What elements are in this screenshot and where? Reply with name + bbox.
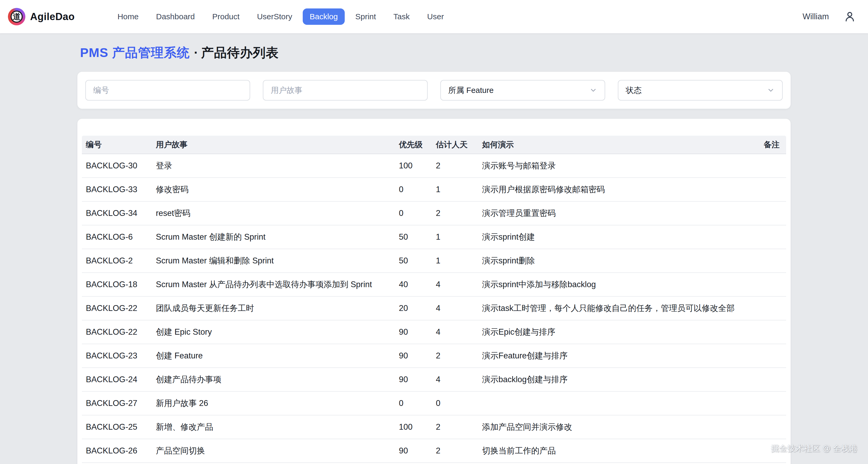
cell-priority: 90 [395, 321, 432, 344]
cell-story: 创建 Epic Story [152, 321, 395, 344]
page-title-secondary: 产品待办列表 [201, 46, 279, 60]
chevron-down-icon [767, 86, 775, 94]
cell-note [756, 273, 786, 296]
cell-story: 修改密码 [152, 178, 395, 201]
cell-id: BACKLOG-23 [82, 344, 152, 367]
cell-story: 创建 Feature [152, 344, 395, 367]
page-title: PMS 产品管理系统·产品待办列表 [80, 45, 788, 61]
cell-demo: 演示task工时管理，每个人只能修改自己的任务，管理员可以修改全部 [478, 297, 756, 320]
nav-item-backlog[interactable]: Backlog [303, 8, 345, 25]
cell-story: Scrum Master 从产品待办列表中选取待办事项添加到 Sprint [152, 273, 395, 296]
cell-id: BACKLOG-22 [82, 321, 152, 344]
cell-priority: 0 [395, 202, 432, 225]
status-select[interactable]: 状态 [618, 80, 783, 101]
cell-demo: 演示管理员重置密码 [478, 202, 756, 225]
user-name: William [803, 12, 829, 21]
nav-item-dashboard[interactable]: Dashboard [149, 8, 202, 25]
table-row: BACKLOG-6 Scrum Master 创建新的 Sprint 50 1 … [82, 225, 786, 249]
cell-demo: 演示sprint中添加与移除backlog [478, 273, 756, 296]
chevron-down-icon [589, 86, 597, 94]
cell-note [756, 297, 786, 320]
cell-story: 创建产品待办事项 [152, 368, 395, 391]
cell-demo: 演示账号与邮箱登录 [478, 154, 756, 177]
cell-demo: 演示sprint删除 [478, 249, 756, 272]
nav-item-userstory[interactable]: UserStory [250, 8, 299, 25]
cell-id: BACKLOG-18 [82, 273, 152, 296]
user-story-input[interactable] [263, 80, 428, 101]
cell-priority: 50 [395, 249, 432, 272]
cell-story: reset密码 [152, 202, 395, 225]
nav-item-user[interactable]: User [420, 8, 451, 25]
brand-logo-icon[interactable]: 道 [8, 8, 25, 25]
table-row: BACKLOG-2 Scrum Master 编辑和删除 Sprint 50 1… [82, 249, 786, 273]
cell-note [756, 249, 786, 272]
table-body: BACKLOG-30 登录 100 2 演示账号与邮箱登录 BACKLOG-33… [82, 154, 786, 463]
cell-note [756, 178, 786, 201]
table-row: BACKLOG-25 新增、修改产品 100 2 添加产品空间并演示修改 [82, 416, 786, 439]
column-header-demo: 如何演示 [478, 139, 756, 150]
column-header-story: 用户故事 [152, 139, 395, 150]
cell-demo: 演示Epic创建与排序 [478, 321, 756, 344]
cell-demo: 演示Feature创建与排序 [478, 344, 756, 367]
cell-id: BACKLOG-34 [82, 202, 152, 225]
cell-priority: 20 [395, 297, 432, 320]
table-row: BACKLOG-18 Scrum Master 从产品待办列表中选取待办事项添加… [82, 273, 786, 297]
cell-story: 新增、修改产品 [152, 416, 395, 439]
nav-item-home[interactable]: Home [111, 8, 146, 25]
cell-demo: 演示sprint创建 [478, 225, 756, 248]
cell-days: 0 [432, 392, 478, 415]
user-profile-icon[interactable] [844, 10, 856, 23]
table-row: BACKLOG-24 创建产品待办事项 90 4 演示backlog创建与排序 [82, 368, 786, 392]
feature-select[interactable]: 所属 Feature [440, 80, 605, 101]
table-row: BACKLOG-30 登录 100 2 演示账号与邮箱登录 [82, 154, 786, 178]
cell-story: Scrum Master 编辑和删除 Sprint [152, 249, 395, 272]
cell-priority: 40 [395, 273, 432, 296]
cell-story: 新用户故事 26 [152, 392, 395, 415]
cell-priority: 50 [395, 225, 432, 248]
cell-days: 2 [432, 202, 478, 225]
cell-id: BACKLOG-24 [82, 368, 152, 391]
cell-priority: 100 [395, 154, 432, 177]
filter-bar: 所属 Feature 状态 [78, 72, 790, 109]
cell-days: 2 [432, 344, 478, 367]
table-row: BACKLOG-22 创建 Epic Story 90 4 演示Epic创建与排… [82, 321, 786, 344]
cell-days: 1 [432, 225, 478, 248]
table-row: BACKLOG-26 产品空间切换 90 2 切换当前工作的产品 [82, 439, 786, 463]
nav-right: William [803, 10, 856, 23]
cell-demo: 添加产品空间并演示修改 [478, 416, 756, 439]
column-header-id: 编号 [82, 139, 152, 150]
table-row: BACKLOG-34 reset密码 0 2 演示管理员重置密码 [82, 202, 786, 225]
cell-days: 1 [432, 249, 478, 272]
cell-days: 2 [432, 439, 478, 462]
cell-note [756, 392, 786, 415]
page-title-primary: PMS 产品管理系统 [80, 46, 190, 60]
cell-note [756, 225, 786, 248]
status-select-value: 状态 [626, 85, 642, 96]
logo-glyph: 道 [10, 10, 23, 23]
nav-menu: HomeDashboardProductUserStoryBacklogSpri… [111, 8, 451, 25]
cell-demo: 演示backlog创建与排序 [478, 368, 756, 391]
page-title-separator: · [190, 46, 201, 60]
cell-note [756, 154, 786, 177]
page-content: PMS 产品管理系统·产品待办列表 所属 Feature 状态 编号 用户故事 … [78, 45, 790, 464]
cell-id: BACKLOG-30 [82, 154, 152, 177]
nav-item-sprint[interactable]: Sprint [348, 8, 383, 25]
backlog-id-input[interactable] [85, 80, 250, 101]
column-header-note: 备注 [756, 139, 786, 150]
top-navbar: 道 AgileDao HomeDashboardProductUserStory… [0, 0, 868, 33]
backlog-table-card: 编号 用户故事 优先级 估计人天 如何演示 备注 BACKLOG-30 登录 1… [78, 119, 790, 464]
cell-demo: 切换当前工作的产品 [478, 439, 756, 462]
column-header-priority: 优先级 [395, 139, 432, 150]
cell-id: BACKLOG-26 [82, 439, 152, 462]
nav-item-product[interactable]: Product [206, 8, 246, 25]
cell-note [756, 321, 786, 344]
cell-id: BACKLOG-25 [82, 416, 152, 439]
cell-priority: 90 [395, 344, 432, 367]
cell-days: 4 [432, 297, 478, 320]
cell-priority: 0 [395, 178, 432, 201]
cell-priority: 0 [395, 392, 432, 415]
table-row: BACKLOG-22 团队成员每天更新任务工时 20 4 演示task工时管理，… [82, 297, 786, 321]
nav-item-task[interactable]: Task [386, 8, 416, 25]
cell-days: 4 [432, 368, 478, 391]
cell-demo: 演示用户根据原密码修改邮箱密码 [478, 178, 756, 201]
